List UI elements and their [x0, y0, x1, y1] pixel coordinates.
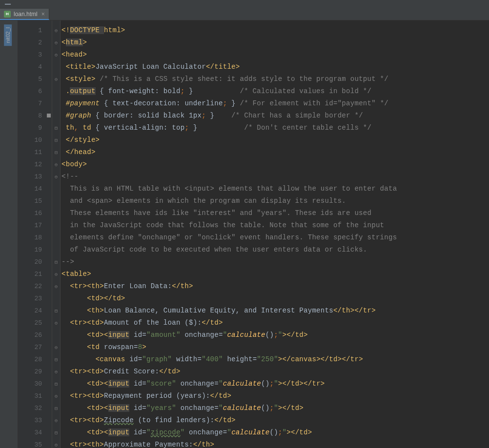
fold-icon[interactable]: ⊖ [52, 390, 60, 402]
code-line[interactable]: in the JavaScript code that follows the … [61, 219, 489, 232]
code-line[interactable]: <style> /* This is a CSS style sheet: it… [61, 73, 489, 85]
fold-icon[interactable]: ⊖ [52, 24, 60, 37]
fold-icon[interactable]: ⊖ [52, 268, 60, 280]
fold-icon[interactable]: ⊖ [52, 341, 60, 353]
line-number[interactable]: 7 [18, 97, 52, 110]
close-icon[interactable]: × [41, 11, 45, 18]
fold-icon[interactable]: ⊖ [52, 366, 60, 378]
line-number[interactable]: 3 [18, 49, 52, 61]
line-number[interactable]: 32 [18, 402, 52, 414]
line-number[interactable]: 21 [18, 268, 52, 280]
fold-icon[interactable]: ⊖ [52, 171, 60, 183]
code-line[interactable]: #graph { border: solid black 1px; } /* C… [61, 110, 489, 122]
line-number[interactable]: 30 [18, 378, 52, 390]
fold-icon[interactable]: ⊖ [52, 49, 60, 61]
line-number[interactable]: 2 [18, 37, 52, 49]
code-line[interactable]: <tr><td>Zipcode (to find lenders):</td> [61, 414, 489, 427]
fold-icon[interactable]: ⊟ [52, 122, 60, 134]
line-number[interactable]: 25 [18, 317, 52, 329]
fold-icon[interactable]: ⊟ [52, 305, 60, 317]
code-line[interactable]: <th>Loan Balance, Cumulative Equity, and… [61, 305, 489, 317]
code-line[interactable]: #payment { text-decoration: underline; }… [61, 97, 489, 110]
code-line[interactable]: <td></td> [61, 292, 489, 305]
code-line[interactable]: <td><input id="zipcode" onchange="calcul… [61, 427, 489, 439]
code-line[interactable]: <body> [61, 158, 489, 171]
code-line[interactable]: and <span> elements in which the program… [61, 195, 489, 207]
code-line[interactable]: <head> [61, 49, 489, 61]
line-number[interactable]: 26 [18, 329, 52, 341]
code-line[interactable]: <td><input id="amount" onchange="calcula… [61, 329, 489, 341]
code-line[interactable]: <td><input id="years" onchange="calculat… [61, 402, 489, 414]
code-line[interactable]: <title>JavaScript Loan Calculator</title… [61, 61, 489, 73]
fold-icon[interactable]: ⊟ [52, 146, 60, 158]
code-line[interactable]: </style> [61, 134, 489, 146]
line-number[interactable]: 12 [18, 158, 52, 171]
code-line[interactable]: <tr><th>Approximate Payments:</th> [61, 439, 489, 448]
code-line[interactable]: of JavaScript code to be executed when t… [61, 244, 489, 256]
fold-icon[interactable]: ⊖ [52, 37, 60, 49]
line-number[interactable]: 14 [18, 183, 52, 195]
line-number[interactable]: 10 [18, 134, 52, 146]
fold-icon[interactable]: ⊟ [52, 256, 60, 268]
fold-icon[interactable]: ⊖ [52, 439, 60, 448]
minimize-icon[interactable]: — [5, 1, 11, 7]
line-number[interactable]: 33 [18, 414, 52, 427]
line-number[interactable]: 16 [18, 207, 52, 219]
code-line[interactable]: elements define "onchange" or "onclick" … [61, 232, 489, 244]
code-line[interactable]: <tr><td>Amount of the loan ($):</td> [61, 317, 489, 329]
line-number[interactable]: 15 [18, 195, 52, 207]
line-number[interactable]: 4 [18, 61, 52, 73]
code-line[interactable]: <html> [61, 37, 489, 49]
line-number[interactable]: 28 [18, 353, 52, 366]
code-line[interactable]: <tr><td>Repayment period (years):</td> [61, 390, 489, 402]
code-editor[interactable]: <!DOCTYPE html><html><head> <title>JavaS… [61, 20, 489, 448]
line-number[interactable]: 1 [18, 24, 52, 37]
fold-icon[interactable]: ⊟ [52, 353, 60, 366]
code-line[interactable]: </head> [61, 146, 489, 158]
code-line[interactable]: <tr><td>Credit Score:</td> [61, 366, 489, 378]
code-line[interactable]: --> [61, 256, 489, 268]
line-number[interactable]: 18 [18, 232, 52, 244]
code-line[interactable]: <!DOCTYPE html> [61, 24, 489, 37]
line-number[interactable]: 11 [18, 146, 52, 158]
line-number[interactable]: 5 [18, 73, 52, 85]
code-line[interactable]: <td rowspan=8> [61, 341, 489, 353]
fold-icon[interactable]: ⊖ [52, 158, 60, 171]
code-line[interactable]: <table> [61, 268, 489, 280]
code-line[interactable]: <!-- [61, 171, 489, 183]
fold-icon[interactable]: ⊟ [52, 134, 60, 146]
fold-icon[interactable]: ⊖ [52, 280, 60, 292]
line-number[interactable]: 9 [18, 122, 52, 134]
breakpoint-marker[interactable] [47, 114, 51, 117]
line-number[interactable]: 19 [18, 244, 52, 256]
line-number[interactable]: 29 [18, 366, 52, 378]
code-line[interactable]: .output { font-weight: bold; } /* Calcul… [61, 85, 489, 97]
line-number[interactable]: 13 [18, 171, 52, 183]
code-line[interactable]: <canvas id="graph" width="400" height="2… [61, 353, 489, 366]
code-line[interactable]: th, td { vertical-align: top; } /* Don't… [61, 122, 489, 134]
line-number[interactable]: 35 [18, 439, 52, 448]
line-number[interactable]: 22 [18, 280, 52, 292]
fold-icon [52, 232, 60, 244]
line-number[interactable]: 27 [18, 341, 52, 353]
code-line[interactable]: <tr><th>Enter Loan Data:</th> [61, 280, 489, 292]
line-number[interactable]: 6 [18, 85, 52, 97]
fold-icon[interactable]: ⊖ [52, 317, 60, 329]
fold-icon[interactable]: ⊟ [52, 427, 60, 439]
fold-icon[interactable]: ⊟ [52, 402, 60, 414]
sidebar-tool-label[interactable]: nit02_l [4, 24, 12, 46]
file-tab-loan[interactable]: H loan.html × [0, 9, 49, 20]
code-line[interactable]: This is an HTML table with <input> eleme… [61, 183, 489, 195]
fold-icon[interactable]: ⊖ [52, 414, 60, 427]
line-number[interactable]: 23 [18, 292, 52, 305]
line-number[interactable]: 20 [18, 256, 52, 268]
line-number[interactable]: 34 [18, 427, 52, 439]
line-number[interactable]: 8 [18, 110, 52, 122]
fold-icon[interactable]: ⊖ [52, 73, 60, 85]
code-line[interactable]: <td><input id="score" onchange="calculat… [61, 378, 489, 390]
fold-icon[interactable]: ⊟ [52, 378, 60, 390]
line-number[interactable]: 17 [18, 219, 52, 232]
code-line[interactable]: These elements have ids like "interest" … [61, 207, 489, 219]
line-number[interactable]: 24 [18, 305, 52, 317]
line-number[interactable]: 31 [18, 390, 52, 402]
